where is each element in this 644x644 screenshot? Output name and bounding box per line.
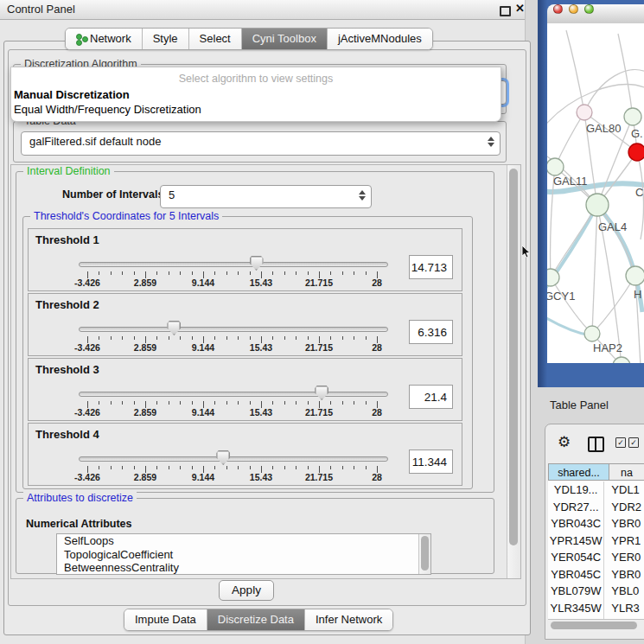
algorithm-placeholder-option[interactable]: Select algorithm to view settings (11, 73, 501, 85)
threshold-value-field[interactable]: 6.316 (409, 320, 453, 344)
threshold-slider-thumb[interactable] (167, 321, 181, 335)
slider-tick (354, 271, 354, 275)
network-node[interactable] (586, 194, 609, 216)
threshold-slider-track[interactable] (79, 262, 388, 267)
threshold-slider-track[interactable] (79, 392, 388, 397)
number-of-intervals-label: Number of Intervals (62, 188, 163, 201)
table-horizontal-scrollbar[interactable] (548, 619, 644, 632)
table-row[interactable]: YLR345WYLR3 (548, 600, 644, 617)
network-node[interactable] (628, 143, 644, 161)
combo-arrows-icon (487, 136, 494, 148)
table-data-select[interactable]: galFiltered.sif default node (21, 131, 501, 156)
network-edge[interactable] (551, 277, 592, 334)
network-node[interactable] (577, 105, 592, 120)
tab-cyni-toolbox[interactable]: Cyni Toolbox (242, 29, 328, 49)
apply-button[interactable]: Apply (219, 580, 274, 601)
tab-infer-network[interactable]: Infer Network (305, 609, 392, 630)
table-header-name[interactable]: na (609, 463, 644, 481)
network-node[interactable] (613, 357, 630, 363)
network-edge[interactable] (555, 112, 584, 167)
close-traffic-light[interactable] (553, 4, 563, 14)
slider-tick (238, 466, 239, 469)
slider-tick-label: 15.43 (250, 407, 272, 418)
tab-label: Network (90, 32, 131, 45)
network-node[interactable] (547, 269, 559, 286)
numerical-attributes-list[interactable]: SelfLoopsTopologicalCoefficientBetweenne… (56, 533, 431, 575)
slider-tick (226, 466, 227, 469)
table-row[interactable]: YDL19...YDL1 (548, 481, 644, 499)
zoom-traffic-light[interactable] (584, 4, 594, 14)
float-window-icon[interactable] (500, 6, 511, 16)
slider-tick (296, 401, 296, 405)
table-header-shared-name[interactable]: shared... (548, 463, 609, 481)
attribute-list-item[interactable]: BetweennessCentrality (57, 561, 430, 575)
slider-tick (226, 401, 227, 405)
network-node[interactable] (626, 266, 644, 285)
slider-tick (122, 271, 123, 275)
threshold-panel: Threshold 2-3.4262.8599.14415.4321.71528… (28, 293, 462, 356)
threshold-value-field[interactable]: 14.713 (409, 255, 453, 279)
table-row[interactable]: YBR043CYBR0 (548, 515, 644, 532)
threshold-panel: Threshold 3-3.4262.8599.14415.4321.71528… (28, 358, 462, 421)
tab-jactivemnodules[interactable]: jActiveMNodules (328, 29, 432, 49)
slider-tick-label: 9.144 (192, 407, 214, 418)
network-edge[interactable] (551, 205, 597, 277)
slider-tick-label: 21.715 (305, 277, 333, 288)
tab-discretize-data[interactable]: Discretize Data (207, 609, 305, 630)
close-icon[interactable]: ✕ (515, 2, 525, 15)
attribute-list-item[interactable]: SelfLoops (57, 534, 430, 548)
attributes-scrollbar-thumb[interactable] (421, 536, 429, 571)
threshold-value-field[interactable]: 21.4 (409, 385, 453, 409)
checkbox-icon[interactable]: ✓ (615, 437, 626, 448)
network-node[interactable] (584, 326, 600, 341)
vertical-scrollbar-thumb[interactable] (509, 169, 518, 545)
slider-tick (250, 401, 251, 405)
table-cell-shared-name: YER054C (548, 549, 604, 566)
columns-icon[interactable] (588, 437, 604, 452)
attribute-list-item[interactable]: TopologicalCoefficient (57, 548, 430, 562)
minimize-traffic-light[interactable] (569, 4, 578, 14)
table-cell-name: YBL0 (604, 583, 644, 600)
gear-icon[interactable]: ⚙ (558, 433, 571, 451)
slider-tick-label: 2.859 (134, 277, 156, 288)
tab-select[interactable]: Select (189, 29, 242, 49)
vertical-scrollbar[interactable] (507, 165, 520, 578)
threshold-slider-track[interactable] (79, 327, 388, 332)
table-cell-shared-name: YDR27... (548, 499, 604, 516)
checkbox-icon[interactable]: ✓ (628, 437, 639, 448)
slider-tick (366, 271, 367, 275)
algorithm-option-manual[interactable]: Manual Discretization (14, 88, 130, 101)
table-cell-shared-name: YBR045C (548, 566, 604, 583)
tab-network[interactable]: Network (66, 29, 143, 49)
network-node-label: H (634, 288, 641, 301)
slider-tick (134, 401, 135, 405)
slider-tick (238, 336, 239, 340)
network-canvas[interactable]: GAL80G.CGAL11GAL4GCY1HHAP2 (547, 23, 644, 363)
threshold-value-field[interactable]: 11.344 (409, 450, 453, 474)
table-horizontal-scrollbar-thumb[interactable] (551, 622, 637, 629)
slider-tick (272, 336, 273, 340)
tab-style[interactable]: Style (143, 29, 189, 49)
table-row[interactable]: YDR27...YDR2 (548, 499, 644, 516)
network-node[interactable] (624, 108, 641, 125)
network-edge[interactable] (618, 34, 633, 117)
slider-tick (134, 271, 135, 275)
number-of-intervals-select[interactable]: 5 (160, 185, 372, 208)
threshold-slider-thumb[interactable] (216, 450, 230, 465)
tab-impute-data[interactable]: Impute Data (124, 609, 207, 630)
table-row[interactable]: YBR045CYBR0 (548, 566, 644, 583)
slider-tick (308, 271, 309, 275)
table-row[interactable]: YER054CYER0 (548, 549, 644, 566)
algorithm-dropdown-popup: Select algorithm to view settings Manual… (10, 67, 501, 122)
network-edge[interactable] (592, 205, 597, 334)
table-row[interactable]: YBL079WYBL0 (548, 583, 644, 600)
attributes-scrollbar[interactable] (418, 534, 430, 574)
algorithm-option-equal-width[interactable]: Equal Width/Frequency Discretization (14, 103, 201, 116)
table-row[interactable]: YPR145WYPR1 (548, 532, 644, 550)
slider-tick (226, 336, 227, 340)
network-node[interactable] (547, 158, 564, 175)
threshold-slider-thumb[interactable] (315, 386, 328, 400)
screen: Control Panel ✕ NetworkStyleSelectCyni T… (0, 0, 644, 644)
threshold-slider-thumb[interactable] (250, 256, 264, 271)
threshold-slider-track[interactable] (79, 456, 388, 462)
